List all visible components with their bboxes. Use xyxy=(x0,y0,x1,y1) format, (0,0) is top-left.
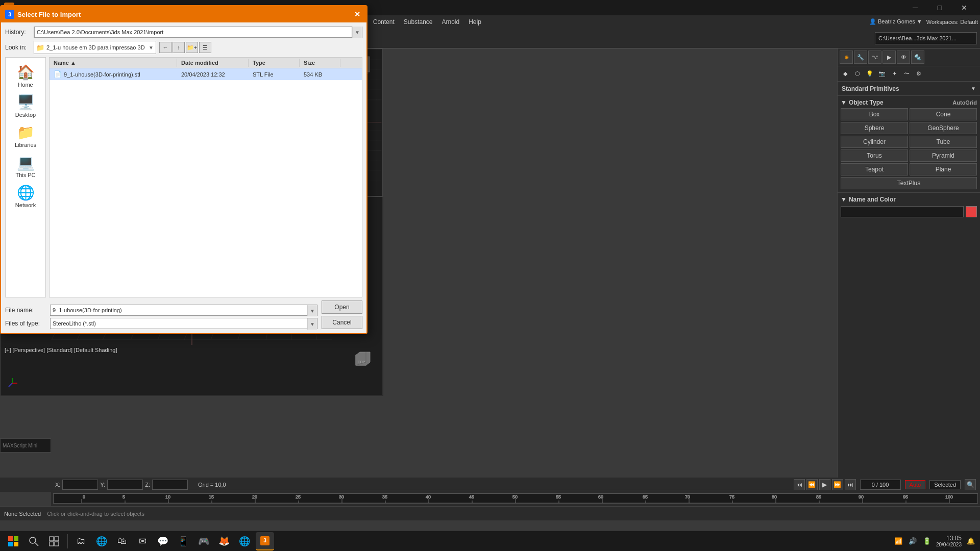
cancel-button[interactable]: Cancel xyxy=(322,316,362,329)
close-button[interactable]: ✕ xyxy=(952,0,976,15)
go-end-btn[interactable]: ⏭ xyxy=(845,479,856,490)
svg-point-83 xyxy=(30,537,36,543)
create-tab[interactable]: ⊕ xyxy=(840,51,853,64)
filetype-input[interactable] xyxy=(51,318,307,329)
helpers-icon[interactable]: ✦ xyxy=(889,68,900,80)
nav-desktop[interactable]: 🖥️ Desktop xyxy=(8,92,43,120)
taskbar-mail[interactable]: ✉ xyxy=(133,532,152,550)
col-size[interactable]: Size xyxy=(300,59,340,67)
anim-bar: 0 5 10 15 20 25 30 35 40 45 50 55 60 65 … xyxy=(51,490,980,506)
dialog-close-button[interactable]: ✕ xyxy=(352,9,362,19)
filename-dropdown-arrow[interactable]: ▼ xyxy=(307,305,317,316)
nav-back-btn[interactable]: ← xyxy=(159,42,172,53)
cone-btn[interactable]: Cone xyxy=(910,108,977,120)
minimize-button[interactable]: ─ xyxy=(903,0,927,15)
filename-input[interactable] xyxy=(51,305,307,315)
battery-icon[interactable]: 🔋 xyxy=(922,536,932,546)
pyramid-btn[interactable]: Pyramid xyxy=(910,149,977,162)
prev-frame-btn[interactable]: ⏪ xyxy=(806,479,818,490)
nav-up-btn[interactable]: ↑ xyxy=(173,42,185,53)
geosphere-btn[interactable]: GeoSphere xyxy=(910,122,977,134)
plane-btn[interactable]: Plane xyxy=(910,163,977,176)
taskbar-chrome[interactable]: 🌐 xyxy=(92,532,111,550)
sphere-btn[interactable]: Sphere xyxy=(841,122,908,134)
collapse-arrow[interactable]: ▼ xyxy=(841,99,847,106)
col-type[interactable]: Type xyxy=(249,59,300,67)
taskbar-discord[interactable]: 🎮 xyxy=(194,532,213,550)
anim-timeline[interactable]: 0 5 10 15 20 25 30 35 40 45 50 55 60 65 … xyxy=(53,493,978,504)
utilities-tab[interactable]: 🔩 xyxy=(911,51,924,64)
col-date[interactable]: Date modified xyxy=(177,59,249,67)
hierarchy-tab[interactable]: ⌥ xyxy=(868,51,881,64)
z-input[interactable] xyxy=(152,480,188,490)
motion-tab[interactable]: ▶ xyxy=(883,51,896,64)
nav-home-label: Home xyxy=(18,82,33,88)
auto-key-btn[interactable]: Auto xyxy=(905,480,926,489)
history-dropdown-arrow[interactable]: ▼ xyxy=(352,27,362,38)
network-icon[interactable]: 📶 xyxy=(893,536,903,546)
autogrid-checkbox[interactable]: AutoGrid xyxy=(952,99,977,106)
torus-btn[interactable]: Torus xyxy=(841,149,908,162)
taskview-btn[interactable] xyxy=(45,532,63,550)
nav-libraries[interactable]: 📁 Libraries xyxy=(8,122,43,150)
start-button[interactable] xyxy=(4,532,22,550)
menu-help[interactable]: Help xyxy=(464,17,485,27)
object-type-section: ▼ Object Type AutoGrid Box Cone Sphere G… xyxy=(838,96,980,192)
selected-filter[interactable]: Selected xyxy=(929,480,961,489)
dialog-title-bar: 3 Select File to Import ✕ xyxy=(1,6,366,22)
menu-content[interactable]: Content xyxy=(369,17,399,27)
cylinder-btn[interactable]: Cylinder xyxy=(841,136,908,148)
taskbar-ms-store[interactable]: 🛍 xyxy=(113,532,131,550)
teapot-btn[interactable]: Teapot xyxy=(841,163,908,176)
path-input[interactable] xyxy=(875,32,977,44)
dialog-app-icon: 3 xyxy=(5,10,14,19)
color-swatch[interactable] xyxy=(966,206,977,217)
persp-nav-cube[interactable]: TOP xyxy=(352,349,372,369)
taskbar-whatsapp[interactable]: 📱 xyxy=(174,532,192,550)
filetype-dropdown-arrow[interactable]: ▼ xyxy=(307,318,317,330)
open-button[interactable]: Open xyxy=(322,300,362,314)
y-input[interactable] xyxy=(107,480,143,490)
tube-btn[interactable]: Tube xyxy=(910,136,977,148)
nav-network[interactable]: 🌐 Network xyxy=(8,182,43,210)
taskbar-firefox[interactable]: 🦊 xyxy=(215,532,233,550)
spacewarps-icon[interactable]: 〜 xyxy=(901,68,912,80)
box-btn[interactable]: Box xyxy=(841,108,908,120)
lookin-arrow[interactable]: ▼ xyxy=(149,45,154,51)
next-frame-btn[interactable]: ⏩ xyxy=(832,479,843,490)
taskbar-teams[interactable]: 💬 xyxy=(154,532,172,550)
nav-newfile-btn[interactable]: 📁+ xyxy=(186,42,198,53)
textplus-btn[interactable]: TextPlus xyxy=(841,177,977,189)
systems-icon[interactable]: ⚙ xyxy=(913,68,924,80)
file-row-0[interactable]: 📄 9_1-uhouse(3D-for-printing).stl 20/04/… xyxy=(50,68,362,80)
svg-text:15: 15 xyxy=(209,494,214,499)
display-tab[interactable]: 👁 xyxy=(897,51,910,64)
nav-thispc[interactable]: 💻 This PC xyxy=(8,152,43,180)
search-taskbar-btn[interactable] xyxy=(24,532,43,550)
object-name-input[interactable] xyxy=(841,206,964,217)
name-color-collapse[interactable]: ▼ xyxy=(841,196,847,203)
x-input[interactable] xyxy=(62,480,98,490)
modify-tab[interactable]: 🔧 xyxy=(854,51,867,64)
volume-icon[interactable]: 🔊 xyxy=(908,536,918,546)
notification-icon[interactable]: 🔔 xyxy=(966,536,976,546)
clock[interactable]: 13:05 20/04/2023 xyxy=(936,535,962,547)
nav-home[interactable]: 🏠 Home xyxy=(8,62,43,90)
geo-icon[interactable]: ◆ xyxy=(840,68,851,80)
taskbar-edge[interactable]: 🌐 xyxy=(235,532,254,550)
nav-views-btn[interactable]: ☰ xyxy=(199,42,211,53)
taskbar-3dsmax[interactable]: 3 xyxy=(256,532,274,550)
primitives-dropdown[interactable]: Standard Primitives ▼ xyxy=(838,82,980,96)
cameras-icon[interactable]: 📷 xyxy=(876,68,888,80)
history-combo[interactable]: C:\Users\Bea 2.0\Documents\3ds Max 2021\… xyxy=(34,27,352,38)
shapes-icon[interactable]: ⬡ xyxy=(852,68,863,80)
maximize-button[interactable]: □ xyxy=(928,0,951,15)
go-start-btn[interactable]: ⏮ xyxy=(794,479,805,490)
taskbar-explorer[interactable]: 🗂 xyxy=(72,532,90,550)
menu-substance[interactable]: Substance xyxy=(400,17,437,27)
col-name[interactable]: Name ▲ xyxy=(50,59,177,67)
key-filter-btn[interactable]: 🔍 xyxy=(965,479,976,490)
lights-icon[interactable]: 💡 xyxy=(864,68,875,80)
menu-arnold[interactable]: Arnold xyxy=(438,17,464,27)
play-btn[interactable]: ▶ xyxy=(819,479,830,490)
